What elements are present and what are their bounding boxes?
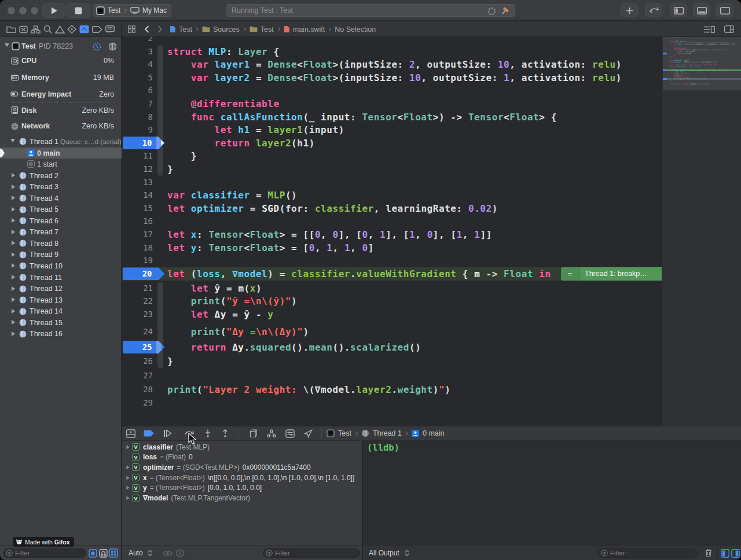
hide-navigator-button[interactable] [670, 3, 687, 17]
disclosure-closed-icon[interactable] [12, 218, 15, 223]
step-out-button[interactable] [217, 429, 234, 438]
code-review-button[interactable] [645, 3, 662, 17]
pause-process-icon[interactable] [93, 42, 101, 51]
thread-row[interactable]: Thread 11 [0, 272, 122, 283]
disclosure-closed-icon[interactable] [12, 331, 15, 336]
stack-frame-row[interactable]: 1 start [0, 159, 122, 170]
disclosure-closed-icon[interactable] [12, 207, 15, 212]
breakpoint-marker-line-20[interactable]: 20 [123, 267, 165, 280]
scheme-selector[interactable]: Test My Mac [93, 4, 171, 17]
disclosure-closed-icon[interactable] [12, 241, 15, 245]
gauge-row-network[interactable]: NetworkZero KB/s [0, 120, 122, 132]
console-filter-field[interactable]: Filter [598, 548, 698, 558]
disclosure-closed-icon[interactable] [12, 309, 15, 314]
view-threads-icon[interactable] [108, 42, 117, 51]
output-selector[interactable]: All Output [369, 549, 399, 557]
quicklook-eye-icon[interactable] [163, 550, 173, 557]
hide-debug-area-button[interactable] [693, 3, 710, 17]
add-editor-icon[interactable] [724, 25, 734, 33]
symbol-navigator-icon[interactable] [31, 25, 41, 34]
disclosure-closed-icon[interactable] [12, 196, 15, 200]
variables-filter-field[interactable]: Filter [263, 548, 360, 558]
simulate-location-button[interactable] [299, 429, 317, 438]
debug-crumb-frame[interactable]: 0 main [423, 429, 445, 437]
view-hierarchy-button[interactable] [244, 429, 262, 438]
disclosure-closed-icon[interactable] [12, 275, 15, 279]
debug-navigator-icon[interactable] [79, 25, 89, 34]
disclosure-open-icon[interactable] [10, 139, 15, 145]
disclosure-closed-icon[interactable] [12, 252, 15, 257]
source-control-navigator-icon[interactable] [19, 25, 28, 34]
issue-navigator-icon[interactable] [55, 25, 65, 34]
fold-ribbon[interactable] [157, 45, 163, 176]
stack-frame-row[interactable]: 0 main [0, 148, 122, 159]
continue-button[interactable] [158, 429, 177, 437]
breakpoint-navigator-icon[interactable] [92, 26, 102, 33]
breakpoint-marker-line-25[interactable]: 25 [123, 341, 165, 353]
disclosure-closed-icon[interactable] [12, 286, 15, 291]
variable-row-3[interactable]: Voptimizer= (SGD<Test.MLP>)0x000000011c5… [122, 462, 362, 473]
build-hammer-icon[interactable] [500, 6, 509, 16]
thread-row[interactable]: Thread 13 [0, 294, 122, 306]
thread-row-1[interactable]: Thread 1Queue: c…d (serial) [0, 136, 122, 148]
filter-queues-icon[interactable] [89, 549, 97, 558]
minimize-button[interactable] [19, 7, 27, 14]
gauge-row-energy-impact[interactable]: Energy ImpactZero [0, 89, 122, 100]
scope-selector[interactable]: Auto [129, 549, 143, 557]
variable-row-2[interactable]: Vloss= (Float)0 [122, 452, 362, 462]
disclosure-closed-icon[interactable] [12, 173, 15, 178]
breakpoints-toggle-button[interactable] [140, 430, 158, 437]
hide-inspectors-button[interactable] [716, 3, 733, 17]
stop-button[interactable] [67, 3, 90, 18]
thread-row[interactable]: Thread 14 [0, 305, 122, 317]
disclosure-closed-icon[interactable] [12, 320, 15, 325]
library-button[interactable] [621, 3, 638, 17]
disclosure-closed-icon[interactable] [12, 185, 15, 189]
breakpoint-marker-line-10[interactable]: 10 [123, 137, 165, 149]
debug-crumb-thread[interactable]: Thread 1 [373, 429, 402, 437]
thread-row[interactable]: Thread 16 [0, 328, 122, 340]
variable-row-6[interactable]: V∇model(Test.MLP.TangentVector) [122, 493, 362, 503]
fold-ribbon[interactable] [157, 282, 163, 369]
close-button[interactable] [8, 7, 15, 14]
gauge-row-memory[interactable]: Memory19 MB [0, 72, 122, 83]
step-into-button[interactable] [199, 429, 217, 438]
gauge-row-disk[interactable]: DiskZero KB/s [0, 105, 122, 116]
variable-row-4[interactable]: Vx= (Tensor<Float>)\n[[0.0, 0.0],\n [0.0… [122, 473, 362, 483]
breadcrumb-file[interactable]: main.swift [284, 25, 325, 34]
filter-stack-frames-icon[interactable] [99, 549, 108, 558]
show-variables-view-icon[interactable] [721, 549, 729, 558]
thread-row[interactable]: Thread 4 [0, 193, 122, 204]
show-console-view-icon[interactable] [731, 549, 740, 558]
breakpoint-annotation[interactable]: =Thread 1: breakp… [561, 267, 662, 281]
thread-row[interactable]: Thread 7 [0, 226, 122, 238]
disclosure-closed-icon[interactable] [12, 297, 15, 302]
thread-row[interactable]: Thread 2 [0, 170, 122, 182]
disclosure-closed-icon[interactable] [12, 230, 15, 234]
sidebar-filter-field[interactable]: Filter [3, 548, 86, 558]
debug-crumb-process[interactable]: Test [338, 429, 351, 437]
console-view[interactable]: (lldb) [362, 441, 741, 545]
thread-row[interactable]: Thread 8 [0, 238, 122, 249]
thread-row[interactable]: Thread 12 [0, 283, 122, 294]
forward-icon[interactable] [157, 25, 163, 33]
variables-view[interactable]: Vclassifier(Test.MLP)Vloss= (Float)0Vopt… [122, 441, 362, 545]
back-icon[interactable] [144, 25, 149, 33]
source-editor[interactable]: 23struct MLP: Layer {4 var layer1 = Dens… [122, 37, 741, 426]
thread-row[interactable]: Thread 6 [0, 215, 122, 227]
editor-options-icon[interactable] [703, 25, 715, 34]
related-items-icon[interactable] [128, 25, 135, 33]
test-navigator-icon[interactable] [67, 25, 76, 34]
thread-row[interactable]: Thread 5 [0, 204, 122, 215]
process-row[interactable]: TestPID 78223 [0, 40, 122, 52]
project-navigator-icon[interactable] [6, 25, 16, 34]
trash-icon[interactable] [705, 548, 713, 557]
report-navigator-icon[interactable] [105, 25, 115, 34]
disclosure-open-icon[interactable] [5, 43, 9, 49]
memory-graph-button[interactable] [262, 429, 281, 438]
info-icon[interactable] [176, 549, 184, 557]
breadcrumb-sources[interactable]: Sources [202, 25, 240, 34]
run-button[interactable] [42, 3, 65, 18]
gauge-row-cpu[interactable]: CPU0% [0, 55, 122, 67]
variable-row-5[interactable]: Vy= (Tensor<Float>)[0.0, 1.0, 1.0, 0.0] [122, 482, 362, 493]
